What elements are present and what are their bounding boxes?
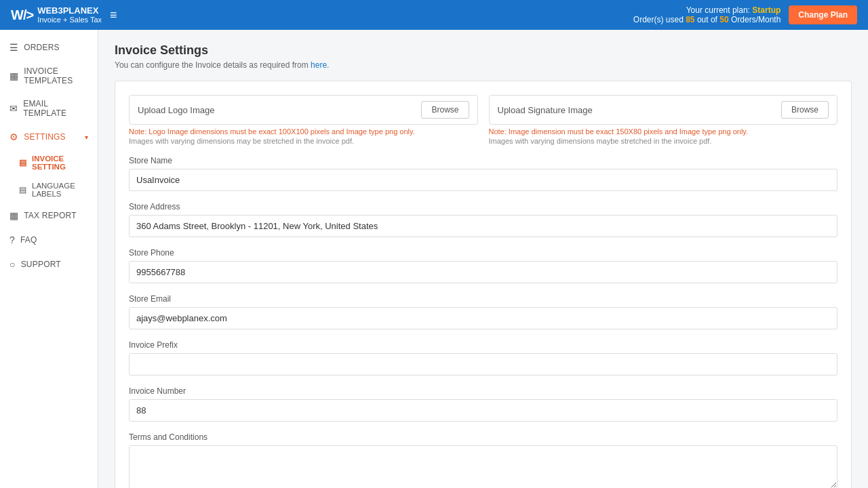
logo-text: WEB3PLANEX Invoice + Sales Tax — [37, 5, 102, 25]
store-name-label: Store Name — [129, 156, 837, 165]
logo[interactable]: W/> WEB3PLANEX Invoice + Sales Tax — [11, 5, 102, 25]
sidebar-item-email-template[interactable]: ✉ EMAIL TEMPLATE — [0, 92, 98, 125]
sidebar-item-support[interactable]: ○ SUPPORT — [0, 252, 98, 277]
plan-label: Your current plan: Startup — [633, 5, 781, 15]
upload-logo-label: Upload Logo Image — [138, 105, 214, 115]
store-email-input[interactable] — [129, 307, 837, 329]
orders-used: 85 — [686, 15, 694, 24]
email-template-icon: ✉ — [9, 103, 18, 114]
plan-name: Startup — [752, 5, 781, 15]
terms-textarea[interactable] — [129, 445, 837, 488]
main-content: Invoice Settings You can configure the I… — [98, 30, 868, 488]
store-phone-group: Store Phone — [129, 248, 837, 283]
orders-total: 50 — [719, 15, 728, 24]
sidebar-item-faq[interactable]: ? FAQ — [0, 228, 98, 252]
store-phone-label: Store Phone — [129, 248, 837, 258]
sidebar-item-tax-report[interactable]: ▦ TAX REPORT — [0, 203, 98, 228]
language-labels-icon: ▤ — [19, 185, 26, 195]
logo-subnote: Images with varying dimensions may be st… — [129, 137, 478, 145]
upload-sig-label: Upload Signature Image — [498, 105, 593, 115]
top-navigation: W/> WEB3PLANEX Invoice + Sales Tax ≡ You… — [0, 0, 868, 30]
upload-row: Upload Logo Image Browse Note: Logo Imag… — [129, 95, 837, 145]
invoice-number-group: Invoice Number — [129, 386, 837, 422]
terms-group: Terms and Conditions — [129, 432, 837, 488]
signature-upload-section: Upload Signature Image Browse Note: Imag… — [489, 95, 838, 145]
terms-label: Terms and Conditions — [129, 432, 837, 442]
here-link[interactable]: here — [311, 60, 327, 70]
logo-mark: W/> — [11, 7, 33, 23]
store-address-group: Store Address — [129, 202, 837, 237]
nav-left: W/> WEB3PLANEX Invoice + Sales Tax ≡ — [11, 5, 117, 25]
support-icon: ○ — [9, 259, 16, 270]
invoice-number-input[interactable] — [129, 399, 837, 422]
invoice-prefix-input[interactable] — [129, 353, 837, 375]
sidebar-item-invoice-setting[interactable]: ▤ INVOICE SETTING — [0, 149, 98, 176]
logo-note: Note: Logo Image dimensions must be exac… — [129, 127, 478, 136]
signature-upload-box: Upload Signature Image Browse — [489, 95, 838, 125]
page-title: Invoice Settings — [115, 43, 852, 58]
invoice-number-label: Invoice Number — [129, 386, 837, 396]
page-subtitle: You can configure the Invoice details as… — [115, 60, 852, 70]
store-phone-input[interactable] — [129, 261, 837, 283]
orders-icon: ☰ — [9, 42, 18, 53]
invoice-prefix-group: Invoice Prefix — [129, 340, 837, 375]
settings-card: Upload Logo Image Browse Note: Logo Imag… — [115, 81, 852, 488]
orders-info: Order(s) used 85 out of 50 Orders/Month — [633, 15, 781, 24]
settings-icon: ⚙ — [9, 131, 18, 142]
sidebar-item-orders[interactable]: ☰ ORDERS — [0, 35, 98, 60]
logo-upload-box: Upload Logo Image Browse — [129, 95, 478, 125]
hamburger-icon[interactable]: ≡ — [110, 8, 117, 22]
browse-sig-button[interactable]: Browse — [781, 101, 829, 119]
sidebar-item-language-labels[interactable]: ▤ LANGUAGE LABELS — [0, 176, 98, 203]
chevron-down-icon: ▾ — [85, 134, 88, 141]
invoice-templates-icon: ▦ — [9, 70, 18, 81]
sidebar-item-settings[interactable]: ⚙ SETTINGS ▾ — [0, 125, 98, 149]
sig-note: Note: Image dimension must be exact 150X… — [489, 127, 838, 136]
layout: ☰ ORDERS ▦ INVOICE TEMPLATES ✉ EMAIL TEM… — [0, 30, 868, 488]
store-name-input[interactable] — [129, 169, 837, 191]
tax-report-icon: ▦ — [9, 210, 18, 221]
plan-info: Your current plan: Startup Order(s) used… — [633, 5, 781, 24]
nav-right: Your current plan: Startup Order(s) used… — [633, 5, 857, 24]
sidebar: ☰ ORDERS ▦ INVOICE TEMPLATES ✉ EMAIL TEM… — [0, 30, 98, 488]
change-plan-button[interactable]: Change Plan — [789, 5, 857, 24]
store-address-label: Store Address — [129, 202, 837, 211]
browse-logo-button[interactable]: Browse — [421, 101, 469, 119]
sidebar-item-invoice-templates[interactable]: ▦ INVOICE TEMPLATES — [0, 60, 98, 92]
invoice-setting-icon: ▤ — [19, 158, 26, 167]
invoice-prefix-label: Invoice Prefix — [129, 340, 837, 350]
sig-subnote: Images with varying dimensions maybe str… — [489, 137, 838, 145]
store-email-label: Store Email — [129, 294, 837, 304]
store-email-group: Store Email — [129, 294, 837, 329]
store-name-group: Store Name — [129, 156, 837, 191]
store-address-input[interactable] — [129, 215, 837, 237]
settings-submenu: ▤ INVOICE SETTING ▤ LANGUAGE LABELS — [0, 149, 98, 203]
faq-icon: ? — [9, 235, 15, 245]
logo-upload-section: Upload Logo Image Browse Note: Logo Imag… — [129, 95, 478, 145]
